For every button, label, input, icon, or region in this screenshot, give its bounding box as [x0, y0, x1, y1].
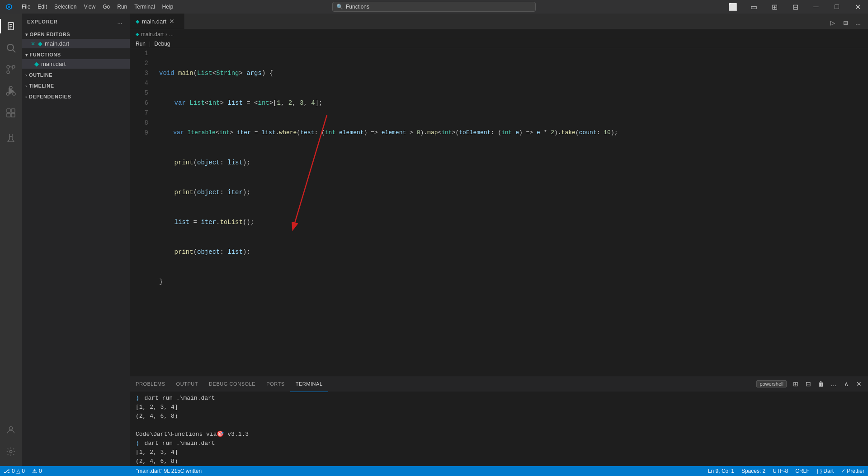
panel-tab-terminal[interactable]: TERMINAL: [290, 376, 328, 392]
app-icon: [0, 0, 18, 14]
status-warning-count: 0: [39, 468, 42, 474]
activity-settings[interactable]: [0, 441, 22, 462]
line-num-1: 1: [134, 48, 148, 58]
status-language[interactable]: { } Dart: [813, 466, 837, 476]
activity-run-debug[interactable]: [0, 80, 22, 102]
panel-trash-icon[interactable]: 🗑: [816, 378, 826, 389]
sidebar-section-dependencies: › Dependencies: [22, 92, 130, 101]
search-bar[interactable]: 🔍 Functions: [332, 2, 536, 12]
status-warnings[interactable]: ⚠ 0: [28, 466, 46, 476]
terminal-content[interactable]: ) dart run .\main.dart [1, 2, 3, 4] (2, …: [130, 392, 868, 466]
debug-label[interactable]: Debug: [154, 41, 170, 47]
terminal-line-3: (2, 4, 6, 8): [136, 412, 863, 421]
open-editor-main-dart[interactable]: ✕ ◆ main.dart: [22, 39, 130, 48]
dart-version-icon1: 🎯: [217, 430, 224, 439]
menu-edit[interactable]: Edit: [34, 0, 51, 14]
tab-main-dart[interactable]: ◆ main.dart ✕: [130, 14, 184, 29]
chevron-right-icon-deps: ›: [25, 94, 27, 99]
panel-tabs: PROBLEMS OUTPUT DEBUG CONSOLE PORTS TERM…: [130, 376, 868, 392]
menu-go[interactable]: Go: [99, 0, 113, 14]
terminal-output-2: (2, 4, 6, 8): [136, 412, 178, 421]
breadcrumb-more: ...: [169, 31, 174, 37]
line-num-3: 3: [134, 68, 148, 78]
chevron-right-icon-outline: ›: [25, 73, 27, 78]
breadcrumb-file: main.dart: [141, 31, 164, 37]
menu-selection[interactable]: Selection: [51, 0, 80, 14]
breadcrumb: ◆ main.dart › ...: [130, 29, 868, 39]
menu-terminal[interactable]: Terminal: [131, 0, 158, 14]
status-branch[interactable]: ⎇ 0 △ 0: [0, 466, 28, 476]
warning-icon: ⚠: [32, 468, 37, 474]
panel-tab-problems[interactable]: PROBLEMS: [130, 376, 171, 392]
menu-help[interactable]: Help: [159, 0, 177, 14]
outline-label: Outline: [29, 72, 52, 78]
timeline-header[interactable]: › Timeline: [22, 81, 130, 90]
panel-tab-ports[interactable]: PORTS: [261, 376, 290, 392]
panel-close-icon[interactable]: ✕: [854, 378, 864, 389]
maximize-button[interactable]: □: [826, 0, 847, 14]
status-eol-text: CRLF: [795, 468, 809, 474]
functions-main-dart[interactable]: ◆ main.dart: [22, 59, 130, 69]
panel-split-icon[interactable]: ⊟: [803, 378, 814, 389]
panel-maximize-icon[interactable]: ∧: [841, 378, 852, 389]
sidebar-more-button[interactable]: ...: [115, 17, 124, 26]
dart-file-icon2: ◆: [34, 61, 39, 67]
status-encoding[interactable]: UTF-8: [769, 466, 792, 476]
line-num-2: 2: [134, 58, 148, 68]
dependencies-header[interactable]: › Dependencies: [22, 92, 130, 101]
functions-header[interactable]: ▾ Functions: [22, 50, 130, 59]
chevron-right-icon-timeline: ›: [25, 84, 27, 89]
panel-tab-output[interactable]: OUTPUT: [171, 376, 204, 392]
functions-label: Functions: [30, 52, 61, 57]
split-editor-icon[interactable]: ⊟: [839, 16, 852, 29]
terminal-version-1: v3.1.3: [224, 430, 249, 439]
minimize-button[interactable]: ─: [806, 0, 826, 14]
activity-testing[interactable]: [0, 127, 22, 149]
menu-file[interactable]: File: [18, 0, 34, 14]
layout-icon3[interactable]: ⊞: [764, 0, 785, 14]
code-line-6: list = iter.toList();: [159, 217, 868, 227]
terminal-info-1: Code\Dart\Functions via: [136, 430, 217, 439]
panel-tab-debug-console[interactable]: DEBUG CONSOLE: [203, 376, 261, 392]
svg-line-1: [13, 50, 16, 53]
activity-accounts[interactable]: [0, 419, 22, 441]
status-prettier[interactable]: ✓ Prettier: [837, 466, 868, 476]
outline-header[interactable]: › Outline: [22, 70, 130, 79]
menu-run[interactable]: Run: [113, 0, 131, 14]
run-icon[interactable]: ▷: [826, 16, 839, 29]
titlebar-center: 🔍 Functions: [332, 2, 536, 12]
layout-toggle-icon[interactable]: ⬜: [722, 0, 743, 14]
terminal-line-5: (2, 4, 6, 8): [136, 457, 863, 466]
activity-bar: [0, 14, 22, 466]
status-position[interactable]: Ln 9, Col 1: [704, 466, 738, 476]
menu-view[interactable]: View: [80, 0, 99, 14]
open-editor-filename: main.dart: [45, 40, 69, 47]
dependencies-label: Dependencies: [29, 94, 71, 99]
code-editor[interactable]: 1 2 3 4 5 6 7 8 9 void main(List<String>…: [130, 48, 868, 376]
status-ln-col: Ln 9, Col 1: [708, 468, 734, 474]
layout-icon2[interactable]: ▭: [743, 0, 764, 14]
panel-add-terminal-icon[interactable]: ⊞: [790, 378, 801, 389]
svg-point-9: [9, 86, 12, 89]
terminal-line-prompt2: ) dart run .\main.dart: [136, 439, 863, 448]
activity-explorer[interactable]: [0, 15, 22, 37]
terminal-line-blank1: [136, 421, 863, 430]
more-icon[interactable]: …: [852, 16, 864, 29]
open-editors-header[interactable]: ▾ Open Editors: [22, 30, 130, 39]
status-eol[interactable]: CRLF: [792, 466, 813, 476]
code-content[interactable]: void main(List<String> args) { var List<…: [152, 48, 868, 376]
activity-search[interactable]: [0, 37, 22, 59]
panel-more-icon[interactable]: …: [828, 378, 839, 389]
tab-close-icon[interactable]: ✕: [169, 18, 175, 25]
activity-source-control[interactable]: [0, 59, 22, 80]
status-encoding-text: UTF-8: [773, 468, 788, 474]
close-button[interactable]: ✕: [847, 0, 868, 14]
status-file-info: "main.dart" 9L 215C written: [136, 468, 202, 474]
layout-icon4[interactable]: ⊟: [785, 0, 806, 14]
sidebar: Explorer ... ▾ Open Editors ✕ ◆ main.dar…: [22, 14, 130, 466]
status-spaces[interactable]: Spaces: 2: [738, 466, 769, 476]
activity-extensions[interactable]: [0, 102, 22, 124]
run-label[interactable]: Run: [136, 41, 146, 47]
status-prettier-text: ✓ Prettier: [841, 468, 864, 474]
sidebar-title: Explorer: [27, 19, 58, 24]
